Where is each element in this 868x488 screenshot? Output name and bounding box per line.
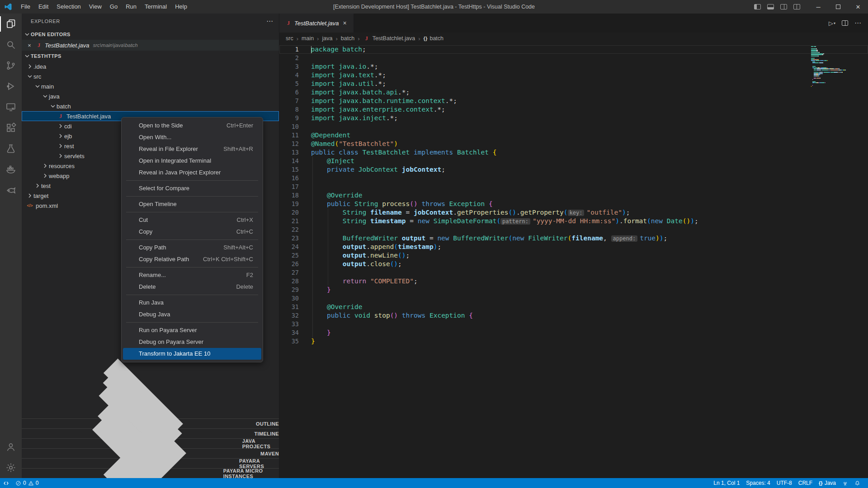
code-line[interactable]: 27 [279,268,868,277]
code-line[interactable]: 29 } [279,286,868,294]
panel-header-payara-micro-instances[interactable]: PAYARA MICRO INSTANCES [22,468,279,478]
minimap[interactable] [811,46,861,87]
split-editor-icon[interactable] [842,20,848,26]
code-line[interactable]: 19 public String process() throws Except… [279,200,868,208]
menubar-item-file[interactable]: File [17,0,34,14]
context-menu-item-debug-java[interactable]: Debug Java [123,309,261,320]
settings-icon[interactable] [0,457,22,478]
code-line[interactable]: 14 @Inject [279,157,868,165]
tree-item-src[interactable]: src [22,71,279,81]
tree-item-idea[interactable]: .idea [22,61,279,71]
code-line[interactable]: 17 [279,183,868,191]
code-editor[interactable]: 1package batch;23import java.io.*;4impor… [279,44,868,478]
status-cursor-position[interactable]: Ln 1, Col 1 [710,478,743,488]
menubar-item-terminal[interactable]: Terminal [141,0,171,14]
context-menu-item-copy-relative-path[interactable]: Copy Relative PathCtrl+K Ctrl+Shift+C [123,253,261,265]
context-menu-item-open-with[interactable]: Open With... [123,131,261,143]
breadcrumb-item-batch[interactable]: batch [341,35,355,42]
code-line[interactable]: 33 [279,320,868,328]
breadcrumb-item-java[interactable]: java [322,35,332,42]
status-indentation[interactable]: Spaces: 4 [743,478,773,488]
code-line[interactable]: 16 [279,174,868,183]
status-notifications[interactable] [851,478,863,488]
payara-icon[interactable] [0,180,22,201]
code-line[interactable]: 6import javax.batch.api.*; [279,88,868,97]
context-menu-item-debug-on-payara-server[interactable]: Debug on Payara Server [123,336,261,348]
menubar-item-go[interactable]: Go [106,0,122,14]
explorer-icon[interactable] [0,14,22,34]
context-menu-item-copy[interactable]: CopyCtrl+C [123,226,261,238]
maximize-button[interactable] [828,0,848,14]
testing-icon[interactable] [0,138,22,159]
context-menu-item-delete[interactable]: DeleteDelete [123,281,261,293]
code-line[interactable]: 4import java.text.*; [279,71,868,80]
context-menu-item-reveal-in-file-explorer[interactable]: Reveal in File ExplorerShift+Alt+R [123,143,261,155]
tab-close-icon[interactable]: × [342,19,348,27]
extensions-icon[interactable] [0,117,22,138]
code-line[interactable]: 7import javax.batch.runtime.context.*; [279,97,868,105]
breadcrumb-item-testbatchlet-java[interactable]: JTestBatchlet.java [363,35,415,42]
code-line[interactable]: 31 @Override [279,303,868,311]
code-line[interactable]: 8import javax.enterprise.context.*; [279,105,868,114]
menubar-item-edit[interactable]: Edit [34,0,52,14]
explorer-more-actions-icon[interactable]: ⋯ [266,17,274,25]
close-button[interactable]: ✕ [848,0,868,14]
context-menu-item-select-for-compare[interactable]: Select for Compare [123,183,261,194]
context-menu-item-open-timeline[interactable]: Open Timeline [123,198,261,210]
code-line[interactable]: 9import javax.inject.*; [279,114,868,122]
close-editor-icon[interactable]: × [25,42,33,49]
run-button[interactable]: ▷▾ [829,20,835,27]
code-line[interactable]: 2 [279,54,868,62]
tree-item-java[interactable]: java [22,91,279,101]
tree-item-main[interactable]: main [22,81,279,91]
context-menu-item-open-in-integrated-terminal[interactable]: Open in Integrated Terminal [123,155,261,167]
status-eol[interactable]: CRLF [795,478,816,488]
code-line[interactable]: 22 [279,225,868,234]
editor-more-actions-icon[interactable]: ⋯ [854,19,862,27]
code-line[interactable]: 10 [279,122,868,131]
context-menu-item-transform-to-jakarta-ee-10[interactable]: Transform to Jakarta EE 10 [123,348,261,360]
code-line[interactable]: 26 output.close(); [279,260,868,268]
code-line[interactable]: 3import java.io.*; [279,62,868,71]
status-language-mode[interactable]: {}Java [816,478,839,488]
code-line[interactable]: 25 output.newLine(); [279,251,868,260]
code-line[interactable]: 13public class TestBatchlet implements B… [279,148,868,157]
remote-indicator[interactable] [0,478,12,488]
code-line[interactable]: 15 private JobContext jobContext; [279,165,868,174]
code-line[interactable]: 1package batch; [279,45,868,54]
code-line[interactable]: 28 return "COMPLETED"; [279,277,868,286]
context-menu-item-reveal-in-java-project-explorer[interactable]: Reveal in Java Project Explorer [123,167,261,178]
code-line[interactable]: 30 [279,294,868,303]
context-menu-item-run-on-payara-server[interactable]: Run on Payara Server [123,324,261,336]
breadcrumb-item-main[interactable]: main [302,35,314,42]
containers-icon[interactable] [0,159,22,180]
minimize-button[interactable]: ─ [808,0,828,14]
toggle-sidebar-icon[interactable] [754,4,761,9]
source-control-icon[interactable] [0,55,22,76]
menubar-item-view[interactable]: View [85,0,106,14]
context-menu-item-copy-path[interactable]: Copy PathShift+Alt+C [123,242,261,253]
open-editors-header[interactable]: OPEN EDITORS [22,29,279,40]
menubar-item-help[interactable]: Help [171,0,191,14]
tree-item-batch[interactable]: batch [22,101,279,111]
code-line[interactable]: 5import java.util.*; [279,80,868,88]
problems-indicator[interactable]: 0 0 [12,478,42,488]
customize-layout-icon[interactable] [793,4,800,9]
status-encoding[interactable]: UTF-8 [774,478,795,488]
code-line[interactable]: 12@Named("TestBatchlet") [279,140,868,148]
code-line[interactable]: 24 output.append(timestamp); [279,243,868,251]
code-line[interactable]: 35} [279,337,868,346]
toggle-panel-icon[interactable] [767,4,774,9]
context-menu-item-rename[interactable]: Rename...F2 [123,269,261,281]
code-line[interactable]: 20 String filename = jobContext.getPrope… [279,208,868,217]
context-menu-item-run-java[interactable]: Run Java [123,297,261,309]
breadcrumb-item-batch[interactable]: {}batch [424,35,444,42]
code-line[interactable]: 18 @Override [279,191,868,200]
context-menu-item-open-to-the-side[interactable]: Open to the SideCtrl+Enter [123,120,261,131]
code-line[interactable]: 34 } [279,328,868,337]
search-icon[interactable] [0,34,22,55]
code-line[interactable]: 21 String timestamp = new SimpleDateForm… [279,217,868,225]
menubar-item-run[interactable]: Run [122,0,141,14]
tab-testbatchlet[interactable]: J TestBatchlet.java × [279,14,354,33]
status-java-status[interactable] [839,478,851,488]
